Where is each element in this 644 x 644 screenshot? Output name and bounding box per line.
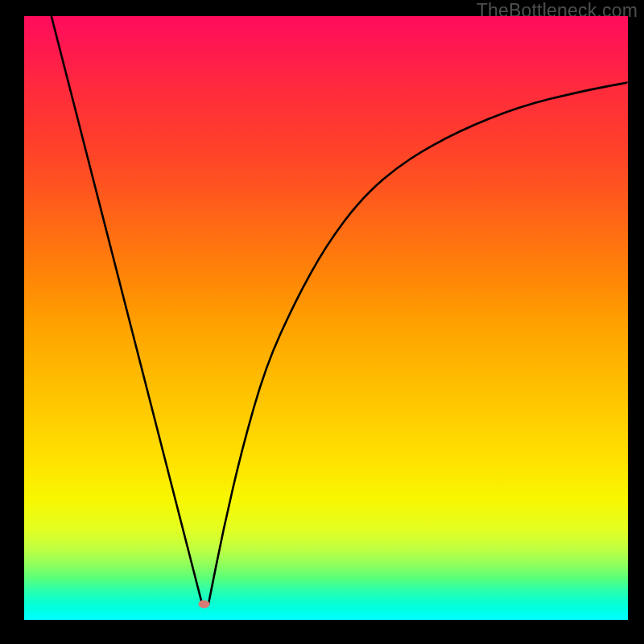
curve-layer xyxy=(24,16,628,620)
min-point-marker xyxy=(199,601,210,609)
bottleneck-curve-right xyxy=(208,82,628,605)
bottleneck-curve-left xyxy=(52,16,203,605)
plot-area xyxy=(24,16,628,620)
chart-frame: TheBottleneck.com xyxy=(0,0,644,644)
